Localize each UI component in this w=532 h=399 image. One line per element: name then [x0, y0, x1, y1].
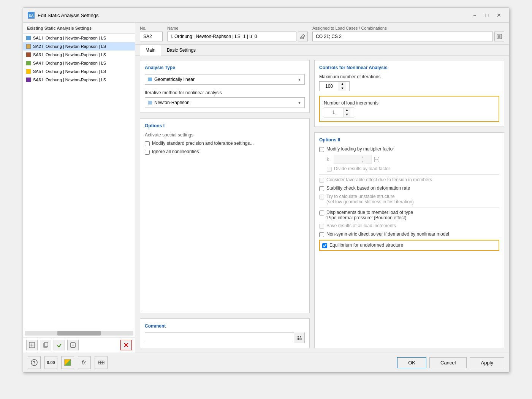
max-iterations-spin-buttons: ▲ ▼ — [339, 82, 346, 91]
top-info-row: No. SA2 Name I. Ordnung | Newton-Raphson… — [135, 23, 509, 45]
assigned-edit-button[interactable] — [494, 32, 504, 41]
non-symmetric-label[interactable]: Non-symmetric direct solver if demanded … — [326, 231, 449, 237]
new-item-button[interactable] — [26, 340, 38, 350]
iterative-arrow-icon: ▼ — [298, 101, 301, 105]
try-unstable-checkbox — [319, 195, 324, 200]
iterative-method-label: Iterative method for nonlinear analysis — [145, 90, 305, 95]
apply-button[interactable]: Apply — [470, 357, 504, 368]
comment-dropdown-button[interactable] — [294, 332, 304, 343]
sa5-color-swatch — [26, 69, 31, 74]
svg-rect-18 — [300, 336, 301, 337]
displacements-checkbox[interactable] — [319, 211, 324, 215]
title-bar-left: SA Edit Static Analysis Settings — [28, 12, 98, 19]
modify-precision-label[interactable]: Modify standard precision and tolerance … — [152, 141, 253, 146]
cancel-button[interactable]: Cancel — [429, 357, 467, 368]
max-iterations-increment[interactable]: ▲ — [339, 82, 346, 86]
units-button[interactable]: 0.00 — [44, 356, 57, 369]
equilibrium-checkbox[interactable] — [322, 243, 327, 248]
stability-check-label[interactable]: Stability check based on deformation rat… — [326, 185, 410, 191]
svg-rect-25 — [98, 363, 100, 364]
tab-main[interactable]: Main — [140, 45, 161, 55]
num-increments-highlighted-box: Number of load increments ▲ ▼ — [319, 96, 499, 122]
sidebar-header: Existing Static Analysis Settings — [23, 23, 135, 34]
comment-input-row — [145, 332, 305, 343]
equilibrium-label[interactable]: Equilibrium for undeformed structure — [329, 242, 403, 248]
analysis-type-dropdown[interactable]: Geometrically linear ▼ — [145, 74, 305, 85]
name-edit-icon[interactable] — [298, 32, 308, 41]
stability-check-checkbox[interactable] — [319, 186, 324, 191]
window-footer: ? 0.00 fx OK Cancel Apply — [23, 353, 509, 372]
checkbox-divide-results: Divide results by load factor — [327, 166, 499, 172]
try-unstable-label: Try to calculate unstable structure(set … — [326, 194, 414, 204]
controls-nonlinear-title: Controls for Nonlinear Analysis — [319, 65, 499, 70]
check-in-button[interactable] — [54, 340, 65, 350]
sidebar-item-sa6[interactable]: SA6 I. Ordnung | Newton-Raphson | LS — [23, 76, 135, 84]
svg-rect-6 — [44, 342, 48, 347]
analysis-type-arrow-icon: ▼ — [298, 78, 301, 82]
k-factor-row: k ▲ ▼ [--] — [327, 155, 499, 164]
sa3-color-swatch — [26, 52, 31, 57]
divide-results-checkbox — [327, 167, 332, 172]
assigned-row: CO 21; CS 2 — [312, 32, 504, 41]
sa6-color-swatch — [26, 78, 31, 82]
formula-button[interactable]: fx — [78, 356, 91, 369]
table-button[interactable] — [95, 356, 108, 369]
comment-input[interactable] — [145, 334, 294, 342]
checkbox-equilibrium: Equilibrium for undeformed structure — [319, 240, 499, 251]
max-iterations-label: Maximum number of iterations — [319, 74, 499, 79]
analysis-type-section: Analysis Type Geometrically linear ▼ Ite… — [140, 60, 310, 113]
checkbox-non-symmetric: Non-symmetric direct solver if demanded … — [319, 231, 499, 237]
sidebar-item-sa5[interactable]: SA5 I. Ordnung | Newton-Raphson | LS — [23, 67, 135, 76]
svg-rect-27 — [100, 363, 102, 364]
sidebar-item-sa3[interactable]: SA3 I. Ordnung | Newton-Raphson | LS — [23, 51, 135, 59]
copy-item-button[interactable] — [40, 340, 51, 350]
check-out-button[interactable] — [67, 340, 79, 350]
sidebar-scrollbar[interactable] — [25, 331, 133, 336]
minimize-button[interactable]: − — [469, 11, 480, 19]
maximize-button[interactable]: □ — [481, 11, 492, 19]
title-bar: SA Edit Static Analysis Settings − □ ✕ — [23, 8, 509, 23]
iterative-method-dropdown[interactable]: Newton-Raphson ▼ — [145, 97, 305, 108]
divide-results-label: Divide results by load factor — [334, 166, 390, 171]
k-spinbox: ▲ ▼ — [334, 155, 372, 164]
title-controls: − □ ✕ — [469, 11, 504, 19]
modify-loading-label[interactable]: Modify loading by multiplier factor — [326, 146, 394, 152]
checkbox-modify-loading: Modify loading by multiplier factor — [319, 146, 499, 152]
k-unit: [--] — [374, 157, 380, 162]
sidebar-scrollbar-thumb — [57, 331, 101, 336]
no-label: No. — [140, 26, 163, 30]
delete-item-button[interactable] — [120, 340, 132, 350]
svg-rect-24 — [98, 361, 100, 363]
sidebar-footer — [23, 337, 135, 353]
ignore-nonlinearities-label[interactable]: Ignore all nonlinearities — [152, 149, 199, 154]
svg-marker-12 — [301, 34, 305, 37]
help-button[interactable]: ? — [28, 356, 41, 369]
displacements-label[interactable]: Displacements due to member load of type… — [326, 210, 413, 220]
name-value-row: I. Ordnung | Newton-Raphson | LS=1 | u=0 — [167, 32, 308, 41]
content-area: Analysis Type Geometrically linear ▼ Ite… — [135, 55, 509, 353]
checkbox-favorable-effect: Consider favorable effect due to tension… — [319, 177, 499, 183]
main-panel: No. SA2 Name I. Ordnung | Newton-Raphson… — [135, 23, 509, 353]
sidebar-item-sa1[interactable]: SA1 I. Ordnung | Newton-Raphson | LS — [23, 34, 135, 42]
iterative-color-indicator — [148, 101, 152, 104]
close-button[interactable]: ✕ — [494, 11, 504, 19]
tab-basic-settings[interactable]: Basic Settings — [161, 45, 201, 55]
k-label: k — [327, 157, 331, 162]
num-increments-decrement[interactable]: ▼ — [344, 112, 350, 117]
analysis-type-color-indicator — [148, 78, 152, 81]
ignore-nonlinearities-checkbox[interactable] — [145, 150, 150, 155]
sidebar-item-sa2[interactable]: SA2 I. Ordnung | Newton-Raphson | LS — [23, 42, 135, 51]
analysis-type-title: Analysis Type — [145, 65, 305, 70]
color-button[interactable] — [61, 356, 74, 369]
non-symmetric-checkbox[interactable] — [319, 232, 324, 237]
modify-precision-checkbox[interactable] — [145, 141, 150, 146]
max-iterations-input[interactable] — [320, 83, 339, 90]
modify-loading-checkbox[interactable] — [319, 147, 324, 152]
num-increments-spin-buttons: ▲ ▼ — [343, 108, 350, 117]
max-iterations-decrement[interactable]: ▼ — [339, 86, 346, 91]
left-section: Analysis Type Geometrically linear ▼ Ite… — [140, 60, 310, 348]
num-increments-input[interactable] — [324, 109, 343, 116]
ok-button[interactable]: OK — [397, 357, 426, 368]
sidebar-item-sa4[interactable]: SA4 I. Ordnung | Newton-Raphson | LS — [23, 59, 135, 67]
num-increments-increment[interactable]: ▲ — [344, 108, 350, 112]
